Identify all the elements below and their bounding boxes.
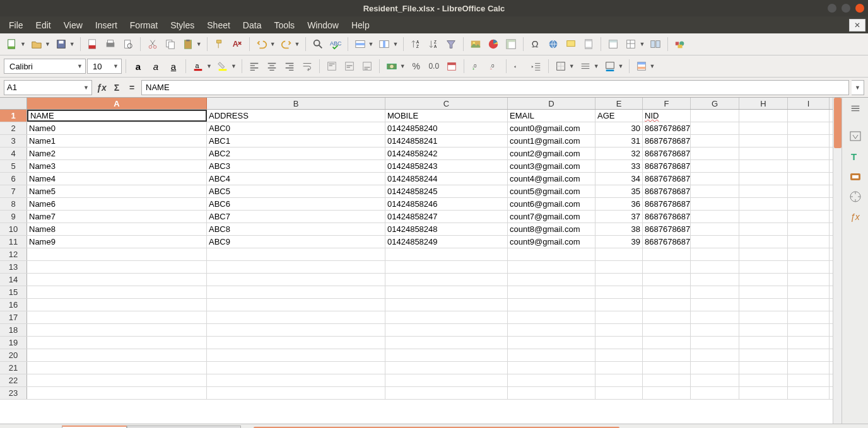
- cell-F1[interactable]: NID: [643, 110, 691, 122]
- cell-F12[interactable]: [643, 248, 691, 260]
- cell-B15[interactable]: [207, 286, 385, 298]
- menu-help[interactable]: Help: [345, 16, 376, 33]
- cell-E8[interactable]: 36: [595, 198, 643, 210]
- cell-A10[interactable]: Name8: [27, 223, 207, 235]
- cell-C11[interactable]: 01424858249: [385, 236, 508, 248]
- row-header-3[interactable]: 3: [0, 135, 27, 147]
- cell-D17[interactable]: [508, 311, 595, 323]
- pivot-icon[interactable]: [503, 36, 519, 52]
- cell-F23[interactable]: [643, 387, 691, 399]
- cell-E17[interactable]: [595, 311, 643, 323]
- cell-A15[interactable]: [27, 286, 207, 298]
- cell-C8[interactable]: 01424858246: [385, 198, 508, 210]
- cell-C9[interactable]: 01424858247: [385, 211, 508, 223]
- cell-C7[interactable]: 01424858245: [385, 185, 508, 197]
- spreadsheet-grid[interactable]: A B C D E F G H I 1NAMEADDRESSMOBILEEMAI…: [0, 98, 833, 424]
- cell-G22[interactable]: [691, 374, 739, 386]
- cell-C21[interactable]: [385, 362, 508, 374]
- cell-B1[interactable]: ADDRESS: [207, 110, 385, 122]
- new-dropdown[interactable]: ▼: [20, 41, 26, 47]
- highlight-icon[interactable]: [214, 58, 231, 74]
- cell-F11[interactable]: 86876786876879: [643, 236, 691, 248]
- functions-icon[interactable]: ƒx: [847, 209, 864, 225]
- cell-A17[interactable]: [27, 311, 207, 323]
- cell-F2[interactable]: 86876786876870: [643, 122, 691, 134]
- cell-D3[interactable]: count1@gmail.com: [508, 135, 595, 147]
- cell-D9[interactable]: count7@gmail.com: [508, 211, 595, 223]
- cell-E1[interactable]: AGE: [595, 110, 643, 122]
- cell-B19[interactable]: [207, 337, 385, 349]
- menu-data[interactable]: Data: [237, 16, 268, 33]
- cell-A4[interactable]: Name2: [27, 147, 207, 159]
- horizontal-scrollbar[interactable]: [254, 424, 868, 428]
- column-dropdown[interactable]: ▼: [392, 41, 398, 47]
- cell-I15[interactable]: [788, 286, 830, 298]
- menu-tools[interactable]: Tools: [267, 16, 301, 33]
- styles-icon[interactable]: T: [847, 148, 864, 165]
- cell-H12[interactable]: [739, 248, 788, 260]
- cell-B4[interactable]: ABC2: [207, 147, 385, 159]
- navigator-icon[interactable]: [847, 188, 864, 205]
- freeze-icon[interactable]: [623, 36, 639, 52]
- cell-C6[interactable]: 01424858244: [385, 173, 508, 185]
- cell-B11[interactable]: ABC9: [207, 236, 385, 248]
- new-icon[interactable]: [4, 36, 20, 52]
- autofilter-icon[interactable]: [443, 36, 459, 52]
- cell-E14[interactable]: [595, 274, 643, 286]
- percent-icon[interactable]: %: [408, 58, 425, 74]
- italic-icon[interactable]: a: [148, 58, 164, 74]
- cell-H2[interactable]: [739, 122, 788, 134]
- row-header-10[interactable]: 10: [0, 223, 27, 235]
- col-header-F[interactable]: F: [643, 98, 691, 109]
- paste-dropdown[interactable]: ▼: [196, 41, 202, 47]
- row-header-7[interactable]: 7: [0, 185, 27, 197]
- col-header-G[interactable]: G: [691, 98, 739, 109]
- cell-B5[interactable]: ABC3: [207, 160, 385, 172]
- cell-G4[interactable]: [691, 147, 739, 159]
- cell-F14[interactable]: [643, 274, 691, 286]
- cell-A3[interactable]: Name1: [27, 135, 207, 147]
- cell-E22[interactable]: [595, 374, 643, 386]
- sheet-tab-1[interactable]: List_reference_hidden_sheet: [127, 425, 241, 428]
- split-icon[interactable]: [647, 36, 664, 52]
- cell-I6[interactable]: [788, 173, 830, 185]
- cell-H14[interactable]: [739, 274, 788, 286]
- cell-C5[interactable]: 01424858243: [385, 160, 508, 172]
- cell-B2[interactable]: ABC0: [207, 122, 385, 134]
- cell-G16[interactable]: [691, 299, 739, 311]
- cell-D22[interactable]: [508, 374, 595, 386]
- menu-window[interactable]: Window: [301, 16, 345, 33]
- cell-I5[interactable]: [788, 160, 830, 172]
- cell-I12[interactable]: [788, 248, 830, 260]
- cell-C18[interactable]: [385, 324, 508, 336]
- save-icon[interactable]: [53, 36, 69, 52]
- gallery-icon[interactable]: [847, 168, 864, 185]
- cell-F3[interactable]: 86876786876871: [643, 135, 691, 147]
- formula-icon[interactable]: =: [125, 81, 139, 95]
- cell-H22[interactable]: [739, 374, 788, 386]
- cell-D7[interactable]: count5@gmail.com: [508, 185, 595, 197]
- align-left-icon[interactable]: [246, 58, 262, 74]
- cell-F18[interactable]: [643, 324, 691, 336]
- row-header-21[interactable]: 21: [0, 362, 27, 374]
- cell-D10[interactable]: count8@gmail.com: [508, 223, 595, 235]
- cell-I1[interactable]: [788, 110, 830, 122]
- cell-F22[interactable]: [643, 374, 691, 386]
- close-button[interactable]: [855, 4, 864, 13]
- cell-D15[interactable]: [508, 286, 595, 298]
- cell-C17[interactable]: [385, 311, 508, 323]
- cell-G23[interactable]: [691, 387, 739, 399]
- cell-I8[interactable]: [788, 198, 830, 210]
- cell-D21[interactable]: [508, 362, 595, 374]
- row-header-17[interactable]: 17: [0, 311, 27, 323]
- cell-B14[interactable]: [207, 274, 385, 286]
- row-header-1[interactable]: 1: [0, 110, 27, 122]
- cell-I16[interactable]: [788, 299, 830, 311]
- cell-F17[interactable]: [643, 311, 691, 323]
- row-header-8[interactable]: 8: [0, 198, 27, 210]
- cell-C22[interactable]: [385, 374, 508, 386]
- cell-E2[interactable]: 30: [595, 122, 643, 134]
- cell-A11[interactable]: Name9: [27, 236, 207, 248]
- cell-A23[interactable]: [27, 387, 207, 399]
- cell-H7[interactable]: [739, 185, 788, 197]
